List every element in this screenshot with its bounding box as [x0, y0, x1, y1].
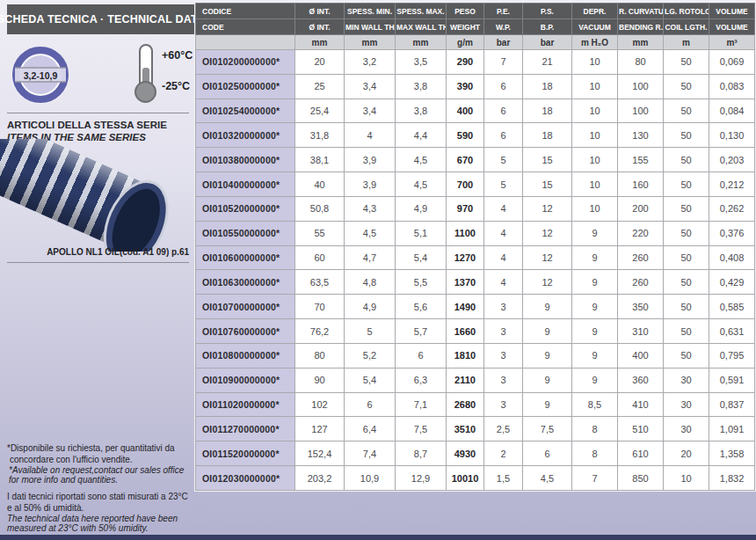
cell-vacuum: 10 — [572, 172, 618, 197]
table-row: OI010700000000* 70 4,9 5,6 1490 3 9 9 35… — [196, 295, 755, 319]
cell-volume: 0,262 — [709, 196, 755, 221]
cell-volume: 1,091 — [709, 417, 755, 441]
cell-weight: 700 — [447, 172, 484, 197]
header-row-english: CODE Ø INT. MIN WALL TH. MAX WALL TH. WE… — [196, 19, 755, 35]
cell-burst-pressure: 18 — [523, 99, 572, 123]
cell-inner-diameter: 76,2 — [295, 319, 345, 344]
cell-bending-radius: 155 — [618, 148, 664, 172]
cell-max-wall-thickness: 5,5 — [396, 270, 447, 295]
cell-coil-length: 50 — [664, 123, 709, 148]
cell-inner-diameter: 50,8 — [295, 196, 345, 221]
column-header-en: B.P. — [523, 19, 572, 35]
cell-weight: 3510 — [447, 417, 484, 441]
code-cell: OI010380000000* — [196, 148, 295, 172]
column-header-en: MIN WALL TH. — [345, 19, 396, 35]
cell-min-wall-thickness: 4 — [345, 123, 396, 148]
cell-max-wall-thickness: 8,7 — [396, 441, 447, 466]
cell-bending-radius: 200 — [618, 196, 664, 221]
availability-note-it-1: *Disponibile su richiesta, per quantitat… — [7, 443, 184, 455]
series-heading-it: ARTICOLI DELLA STESSA SERIE — [7, 120, 167, 132]
cell-vacuum: 10 — [572, 50, 618, 75]
table-row: OI010380000000* 38,1 3,9 4,5 670 5 15 10… — [196, 148, 755, 172]
code-cell: OI010900000000* — [196, 368, 295, 392]
cell-coil-length: 50 — [664, 319, 709, 344]
table-row: OI010630000000* 63,5 4,8 5,5 1370 4 12 9… — [196, 270, 755, 295]
cell-bending-radius: 100 — [618, 99, 664, 123]
cell-burst-pressure: 9 — [523, 343, 572, 368]
cell-volume: 0,212 — [709, 172, 755, 197]
cell-vacuum: 9 — [572, 295, 618, 319]
cell-volume: 0,429 — [709, 270, 755, 295]
code-cell: OI010400000000* — [196, 172, 295, 197]
table-row: OI010800000000* 80 5,2 6 1810 3 9 9 400 … — [196, 343, 755, 368]
cell-min-wall-thickness: 5 — [345, 319, 396, 344]
cell-volume: 0,837 — [709, 392, 755, 417]
header-row-units: mm mm mm g/m bar bar m H₂O mm m m³ — [196, 35, 755, 50]
table-row: OI010760000000* 76,2 5 5,7 1660 3 9 9 31… — [196, 319, 755, 344]
cell-burst-pressure: 9 — [523, 295, 572, 319]
column-unit: mm — [618, 35, 664, 50]
cell-coil-length: 50 — [664, 172, 709, 197]
code-cell: OI010254000000* — [196, 99, 295, 123]
cell-working-pressure: 4 — [484, 196, 523, 221]
cell-bending-radius: 610 — [618, 441, 664, 466]
cell-burst-pressure: 9 — [523, 392, 572, 417]
cell-volume: 0,083 — [709, 74, 755, 99]
cell-weight: 970 — [447, 196, 484, 221]
table-row: OI011270000000* 127 6,4 7,5 3510 2,5 7,5… — [196, 417, 755, 441]
cell-working-pressure: 4 — [484, 270, 523, 295]
cell-bending-radius: 130 — [618, 123, 664, 148]
cell-weight: 1100 — [447, 221, 484, 245]
cell-working-pressure: 3 — [484, 343, 523, 368]
cell-inner-diameter: 25 — [295, 74, 345, 99]
cell-coil-length: 50 — [664, 148, 709, 172]
cell-weight: 400 — [447, 99, 484, 123]
cell-min-wall-thickness: 4,3 — [345, 196, 396, 221]
code-cell: OI010700000000* — [196, 295, 295, 319]
column-header-en: Ø INT. — [295, 19, 345, 35]
cell-coil-length: 20 — [664, 441, 709, 466]
cell-inner-diameter: 31,8 — [295, 123, 345, 148]
cell-min-wall-thickness: 4,7 — [345, 245, 396, 270]
table-row: OI010254000000* 25,4 3,4 3,8 400 6 18 10… — [196, 99, 755, 123]
cell-vacuum: 8 — [572, 441, 618, 466]
cell-burst-pressure: 4,5 — [523, 466, 572, 491]
cell-inner-diameter: 127 — [295, 417, 345, 441]
bottom-accent-bar — [0, 535, 756, 540]
cell-vacuum: 9 — [572, 319, 618, 344]
column-unit: m H₂O — [572, 35, 618, 50]
column-unit: m — [664, 35, 709, 50]
cell-inner-diameter: 25,4 — [295, 99, 345, 123]
column-header-en: VACUUM — [572, 19, 618, 35]
column-unit: mm — [345, 35, 396, 50]
cell-coil-length: 30 — [664, 392, 709, 417]
column-header-en: BENDING R. — [618, 19, 664, 35]
cell-weight: 390 — [447, 74, 484, 99]
cell-inner-diameter: 40 — [295, 172, 345, 197]
cell-weight: 1490 — [447, 295, 484, 319]
cell-burst-pressure: 15 — [523, 148, 572, 172]
cell-vacuum: 9 — [572, 221, 618, 245]
cell-bending-radius: 100 — [618, 74, 664, 99]
cell-min-wall-thickness: 3,2 — [345, 50, 396, 75]
cell-min-wall-thickness: 6,4 — [345, 417, 396, 441]
column-header-it: CODICE — [196, 4, 295, 19]
column-header-en: CODE — [196, 19, 295, 35]
table-row: OI011020000000* 102 6 7,1 2680 3 9 8,5 4… — [196, 392, 755, 417]
column-header-en: W.P. — [484, 19, 523, 35]
cell-min-wall-thickness: 3,9 — [345, 148, 396, 172]
cell-vacuum: 10 — [572, 99, 618, 123]
cell-working-pressure: 5 — [484, 148, 523, 172]
cell-weight: 4930 — [447, 441, 484, 466]
column-header-it: PESO — [447, 4, 484, 19]
cell-inner-diameter: 102 — [295, 392, 345, 417]
code-cell: OI010250000000* — [196, 74, 295, 99]
cell-coil-length: 50 — [664, 74, 709, 99]
table-row: OI010520000000* 50,8 4,3 4,9 970 4 12 10… — [196, 196, 755, 221]
cell-weight: 670 — [447, 148, 484, 172]
code-cell: OI010630000000* — [196, 270, 295, 295]
code-cell: OI011020000000* — [196, 392, 295, 417]
availability-note: *Disponibile su richiesta, per quantitat… — [7, 443, 184, 485]
cell-burst-pressure: 6 — [523, 441, 572, 466]
cell-burst-pressure: 21 — [523, 50, 572, 75]
